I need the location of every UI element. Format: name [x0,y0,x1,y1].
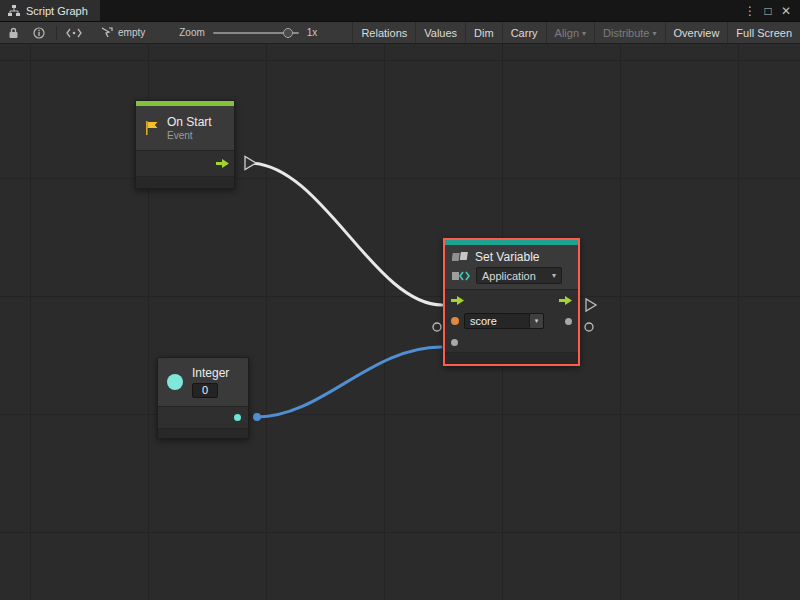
integer-out-port-icon[interactable] [234,414,241,421]
node-footer [445,352,578,364]
chevron-down-icon: ▾ [552,271,556,280]
wires-layer [0,44,800,600]
chevron-down-icon: ▾ [529,314,543,328]
variables-icon [452,251,469,264]
value-out-port-icon[interactable] [565,318,572,325]
node-title: Integer [192,366,229,380]
toolbar-button-fullscreen[interactable]: Full Screen [727,22,800,43]
toolbar-divider [56,26,57,40]
node-header: Integer 0 [158,358,248,406]
value-in-port-icon[interactable] [451,339,458,346]
toolbar-button-align[interactable]: Align ▾ [546,22,594,43]
set-variable-flow-out-triangle[interactable] [586,299,596,311]
node-ports [136,150,234,176]
tab-title: Script Graph [26,5,88,17]
variable-scope-value: Application [482,270,536,282]
node-subtitle: Event [167,130,212,141]
tab-script-graph[interactable]: Script Graph [0,0,100,21]
node-on-start[interactable]: On Start Event [135,100,235,189]
toolbar-button-values[interactable]: Values [415,22,465,43]
toolbar-button-dim-label: Dim [474,27,494,39]
close-icon[interactable]: ✕ [778,4,794,18]
node-header: Set Variable Application ▾ [445,245,578,289]
info-icon[interactable] [26,22,52,44]
code-toggle-icon[interactable] [61,22,87,44]
zoom-label: Zoom [179,27,205,38]
node-set-variable[interactable]: Set Variable Application ▾ [443,238,580,366]
name-port-icon[interactable] [451,317,459,325]
lock-icon[interactable] [0,22,26,44]
toolbar-button-relations-label: Relations [361,27,407,39]
variable-scope-dropdown[interactable]: Application ▾ [476,267,562,284]
toolbar-buttons: Relations Values Dim Carry Align ▾ Distr… [352,22,800,43]
toolbar-button-carry-label: Carry [511,27,538,39]
toolbar-button-dim[interactable]: Dim [465,22,502,43]
window-menu-icon[interactable]: ⋮ [742,4,758,18]
toolbar-button-values-label: Values [424,27,457,39]
set-variable-output-port-circle[interactable] [585,323,593,331]
graph-canvas[interactable]: On Start Event Set Variable [0,44,800,600]
zoom-slider-handle[interactable] [283,28,293,38]
variable-name-dropdown[interactable]: score ▾ [464,313,544,329]
node-footer [136,176,234,188]
wire-on-start-to-set-variable[interactable] [249,163,442,305]
flag-icon [144,120,160,136]
flow-out-port-icon[interactable] [216,159,229,168]
toolbar-button-fullscreen-label: Full Screen [736,27,792,39]
node-ports: score ▾ [445,289,578,352]
node-ports [158,406,248,428]
chevron-down-icon: ▾ [653,29,657,38]
maximize-icon[interactable]: □ [760,4,776,18]
node-title: Set Variable [475,250,539,264]
kind-icon [452,270,470,282]
toolbar-button-carry[interactable]: Carry [502,22,546,43]
graph-breadcrumb[interactable]: empty [101,27,145,38]
toolbar-button-distribute[interactable]: Distribute ▾ [594,22,664,43]
window-controls: ⋮ □ ✕ [742,0,800,21]
zoom-value: 1x [307,27,318,38]
wire-integer-to-set-variable[interactable] [257,347,441,417]
flow-in-port-icon[interactable] [451,296,464,305]
toolbar-button-overview[interactable]: Overview [665,22,728,43]
zoom-slider[interactable] [213,26,299,40]
set-variable-input-port-circle[interactable] [433,323,441,331]
node-header: On Start Event [136,106,234,150]
node-footer [158,428,248,438]
zoom-group: Zoom 1x [179,26,317,40]
chevron-down-icon: ▾ [582,29,586,38]
flow-out-port-icon[interactable] [559,296,572,305]
node-integer[interactable]: Integer 0 [157,357,249,439]
toolbar: empty Zoom 1x Relations Values Dim Carry… [0,22,800,44]
graph-breadcrumb-icon [101,27,113,38]
node-title: On Start [167,115,212,129]
graph-icon [8,5,20,17]
toolbar-button-relations[interactable]: Relations [352,22,415,43]
variable-name-value: score [465,314,529,328]
graph-name: empty [118,27,145,38]
toolbar-button-overview-label: Overview [674,27,720,39]
toolbar-button-align-label: Align [555,27,579,39]
toolbar-button-distribute-label: Distribute [603,27,649,39]
titlebar: Script Graph ⋮ □ ✕ [0,0,800,22]
integer-value-field[interactable]: 0 [192,383,218,398]
integer-type-icon [167,374,183,390]
